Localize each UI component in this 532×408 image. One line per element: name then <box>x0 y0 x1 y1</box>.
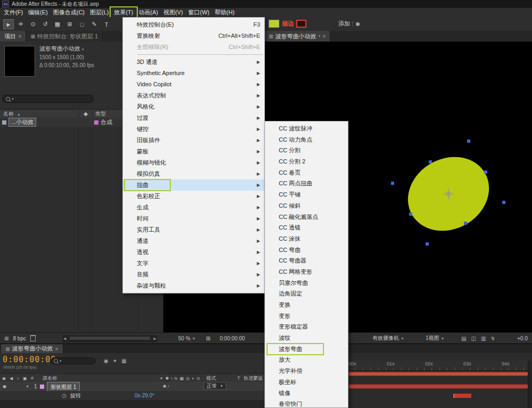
comp-mini-flowchart-icon[interactable]: ◉ <box>104 358 109 364</box>
menu-item[interactable]: 表达式控制 ▶ <box>123 90 264 101</box>
bit-depth-label[interactable]: 8 bpc <box>13 336 26 341</box>
comp-thumbnail[interactable] <box>4 46 35 77</box>
fill-color-swatch[interactable] <box>269 20 279 28</box>
menu-item[interactable]: 透视 ▶ <box>123 247 264 258</box>
menu-item[interactable]: 旧版插件 ▶ <box>123 135 264 146</box>
submenu-item[interactable]: CC 平铺 <box>265 189 348 200</box>
eye-icon[interactable]: ◉ <box>3 382 6 391</box>
submenu-item[interactable]: 变换 <box>265 299 348 311</box>
selection-handle[interactable] <box>391 182 394 185</box>
column-favorite[interactable]: ◆ <box>79 111 92 117</box>
menubar-item[interactable]: 图层(L) <box>87 8 111 17</box>
menubar-item[interactable]: 帮助(H) <box>212 8 237 17</box>
submenu-item[interactable]: CC 波纹脉冲 <box>265 123 348 134</box>
submenu-item[interactable]: CC 网格变形 <box>265 266 348 278</box>
menu-item[interactable]: 全部移除(R) Ctrl+Shift+E <box>123 42 264 53</box>
menubar-item[interactable]: 效果(T) <box>111 8 136 17</box>
grid-guides-icon[interactable]: ⊞ <box>206 333 210 344</box>
exposure-value[interactable]: +0.0 <box>517 333 528 344</box>
view-layout-select[interactable]: 1视图 ▼ <box>426 333 445 344</box>
camera-tool-icon[interactable]: ▦ <box>52 19 63 29</box>
rotate-tool-icon[interactable]: ↺ <box>40 19 51 29</box>
column-source-name[interactable]: 源名称 <box>43 374 57 382</box>
column-track-matte[interactable]: 轨道蒙版 <box>244 374 263 382</box>
menu-item[interactable]: 杂波与颗粒 ▶ <box>123 280 264 291</box>
submenu-item[interactable]: CC 分割 2 <box>265 156 348 167</box>
scroll-left-icon[interactable]: ◀ <box>63 337 66 341</box>
zoom-tool-icon[interactable]: ⊙ <box>28 19 38 29</box>
project-search-input[interactable]: ▾ <box>2 95 94 103</box>
property-keyframe-bar[interactable] <box>453 394 471 398</box>
menu-item[interactable]: 特效控制台(E) F3 <box>123 19 264 30</box>
region-of-interest-icon[interactable]: ▥ <box>481 336 486 341</box>
menu-item[interactable]: 模拟仿真 ▶ <box>123 168 264 179</box>
submenu-item[interactable]: 放大 <box>265 354 348 365</box>
submenu-item[interactable]: CC 卷页 <box>265 167 348 178</box>
menu-item[interactable]: 文字 ▶ <box>123 258 264 269</box>
menu-item[interactable]: 置换映射 Ctrl+Alt+Shift+E <box>123 30 264 42</box>
time-ruler[interactable]: 00s01s02s03s04s <box>347 361 528 371</box>
column-t[interactable]: T <box>237 374 240 382</box>
submenu-item[interactable]: CC 涂抹 <box>265 233 348 244</box>
selection-handle[interactable] <box>426 242 429 246</box>
expander-icon[interactable]: ▼ <box>26 382 29 391</box>
menu-item[interactable]: 音频 ▶ <box>123 269 264 280</box>
stopwatch-icon[interactable]: ◷ <box>62 391 66 400</box>
close-icon[interactable]: × <box>55 346 59 352</box>
submenu-item[interactable]: CC 弯曲 <box>265 244 348 256</box>
zoom-select[interactable]: 50 % ▼ <box>178 333 196 344</box>
stroke-color-swatch[interactable] <box>296 20 306 28</box>
graph-editor-icon[interactable]: ▦ <box>121 358 126 364</box>
menu-item[interactable]: 风格化 ▶ <box>123 101 264 112</box>
selection-handle[interactable] <box>484 170 487 174</box>
submenu-item[interactable]: 卷帘快门 <box>265 398 348 408</box>
project-item-name[interactable]: ...小动效 <box>9 118 36 127</box>
menu-item[interactable]: 时间 ▶ <box>123 213 264 224</box>
selection-handle[interactable] <box>467 140 470 143</box>
selection-tool-icon[interactable]: ► <box>3 19 14 29</box>
menubar-item[interactable]: 图像合成(C) <box>51 8 87 17</box>
scrollbar-thumb[interactable] <box>70 337 150 340</box>
selection-handle[interactable] <box>502 201 505 204</box>
horizontal-scrollbar[interactable]: ◀ ▶ <box>63 336 157 342</box>
pen-tool-icon[interactable]: ✎ <box>89 19 99 29</box>
column-mode[interactable]: 模式 <box>206 374 216 382</box>
menu-item[interactable]: 过渡 ▶ <box>123 112 264 124</box>
layer-duration-bar[interactable] <box>348 384 528 389</box>
menu-item[interactable]: Video Copilot ▶ <box>123 79 264 90</box>
blend-mode-select[interactable]: 正常 ▼ <box>204 382 226 390</box>
current-timecode[interactable]: 0:00:00:00 <box>3 355 56 364</box>
tab-timeline-comp[interactable]: ▦ 波形弯曲小动效 × <box>1 344 63 353</box>
submenu-item[interactable]: CC 弯曲器 <box>265 255 348 266</box>
shape-tool-icon[interactable]: □ <box>77 19 87 29</box>
submenu-item[interactable]: 波形弯曲 <box>265 344 348 355</box>
tab-project[interactable]: 项目 × <box>0 31 26 42</box>
tab-composition[interactable]: ▦ 波形弯曲小动效 ▾ × <box>264 31 330 42</box>
menubar-item[interactable]: 动画(A) <box>136 8 161 17</box>
menu-item[interactable]: 生成 ▶ <box>123 202 264 213</box>
submenu-item[interactable]: CC 动力角点 <box>265 134 348 145</box>
trash-icon[interactable] <box>30 335 36 341</box>
menubar-item[interactable]: 窗口(W) <box>186 8 212 17</box>
comp-current-time[interactable]: 0:00:00:00 <box>220 333 245 344</box>
pan-behind-tool-icon[interactable]: ⊞ <box>64 19 75 29</box>
grid-options-icon[interactable]: ▤ <box>461 336 466 341</box>
submenu-item[interactable]: 光学补偿 <box>265 365 348 377</box>
add-shape-icon[interactable]: ◉ <box>355 21 360 27</box>
submenu-item[interactable]: 极坐标 <box>265 377 348 388</box>
submenu-item[interactable]: 变形 <box>265 311 348 322</box>
close-icon[interactable]: × <box>322 33 326 39</box>
hand-tool-icon[interactable]: ✛ <box>15 19 26 29</box>
vertical-scrollbar[interactable] <box>528 361 532 408</box>
submenu-item[interactable]: CC 倾斜 <box>265 200 348 211</box>
menubar-item[interactable]: 文件(F) <box>1 8 26 17</box>
selection-handle[interactable] <box>464 222 467 225</box>
submenu-item[interactable]: 变形稳定器 <box>265 321 348 332</box>
timeline-search-input[interactable]: ▾ <box>51 357 96 364</box>
type-tool-icon[interactable]: T <box>101 19 112 29</box>
submenu-item[interactable]: 镜像 <box>265 388 348 399</box>
menu-item[interactable]: 通道 ▶ <box>123 235 264 247</box>
menu-item[interactable]: 3D 通道 ▶ <box>123 56 264 68</box>
rotation-value[interactable]: 0x-29.0° <box>135 391 154 400</box>
selection-handle[interactable] <box>409 213 412 216</box>
